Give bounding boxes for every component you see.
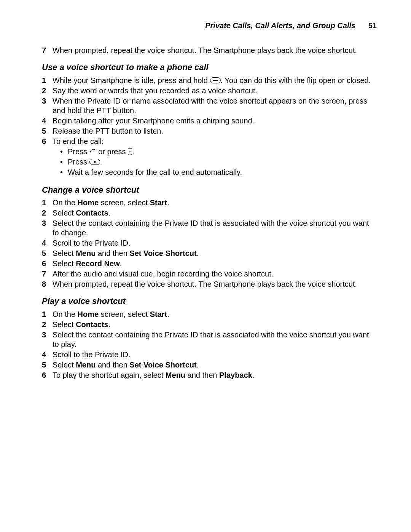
step-list: 1While your Smartphone is idle, press an… — [42, 76, 377, 178]
step-item: 8When prompted, repeat the voice shortcu… — [42, 280, 377, 289]
step-number: 7 — [42, 269, 53, 279]
step-text: When prompted, repeat the voice shortcut… — [53, 46, 377, 55]
step-text: While your Smartphone is idle, press and… — [53, 76, 377, 85]
step-text: Select the contact containing the Privat… — [53, 330, 377, 349]
step-text: To end the call:Press or press .Press .W… — [53, 137, 377, 178]
step-item: 7After the audio and visual cue, begin r… — [42, 269, 377, 279]
step-number: 3 — [42, 330, 53, 340]
step-item: 2Select Contacts. — [42, 320, 377, 329]
step-number: 6 — [42, 137, 53, 146]
step-number: 4 — [42, 238, 53, 248]
step-text: Select Record New. — [53, 259, 377, 268]
step-item: 5Select Menu and then Set Voice Shortcut… — [42, 249, 377, 258]
step-item: 5Release the PTT button to listen. — [42, 126, 377, 136]
step-number: 5 — [42, 360, 53, 370]
step-item: 6To end the call:Press or press .Press .… — [42, 137, 377, 178]
step-number: 4 — [42, 350, 53, 359]
step-text: Scroll to the Private ID. — [53, 238, 377, 248]
step-item: 3Select the contact containing the Priva… — [42, 330, 377, 349]
step-item: 2Select Contacts. — [42, 208, 377, 218]
step-item: 4Scroll to the Private ID. — [42, 350, 377, 359]
bold-term: Menu — [76, 361, 96, 369]
step-number: 5 — [42, 126, 53, 136]
section-heading: Change a voice shortcut — [42, 185, 377, 195]
bold-term: Contacts — [76, 209, 108, 217]
step-number: 6 — [42, 259, 53, 268]
step-item: 6Select Record New. — [42, 259, 377, 268]
flip-close-icon — [128, 148, 132, 155]
section-heading: Play a voice shortcut — [42, 296, 377, 307]
page-body: 7When prompted, repeat the voice shortcu… — [42, 46, 377, 380]
section-heading: Use a voice shortcut to make a phone cal… — [42, 62, 377, 73]
speaker-button-icon — [210, 77, 221, 83]
bold-term: Menu — [166, 371, 185, 379]
step-item: 1While your Smartphone is idle, press an… — [42, 76, 377, 85]
step-text: On the Home screen, select Start. — [53, 198, 377, 208]
bold-term: Record New — [76, 259, 120, 268]
step-text: Begin talking after your Smartphone emit… — [53, 116, 377, 126]
step-text: Select Contacts. — [53, 320, 377, 329]
step-number: 3 — [42, 219, 53, 228]
step-number: 1 — [42, 76, 53, 85]
step-text: Select the contact containing the Privat… — [53, 219, 377, 238]
step-number: 7 — [42, 46, 53, 55]
bold-term: Contacts — [76, 320, 108, 329]
step-number: 8 — [42, 280, 53, 289]
step-item: 6To play the shortcut again, select Menu… — [42, 371, 377, 380]
step-text: Select Menu and then Set Voice Shortcut. — [53, 360, 377, 370]
step-item: 3When the Private ID or name associated … — [42, 96, 377, 115]
bold-term: Set Voice Shortcut — [129, 249, 196, 257]
step-text: Select Menu and then Set Voice Shortcut. — [53, 249, 377, 258]
bullet-list: Press or press .Press .Wait a few second… — [60, 147, 377, 177]
step-number: 1 — [42, 310, 53, 319]
step-text: When the Private ID or name associated w… — [53, 96, 377, 115]
bullet-item: Wait a few seconds for the call to end a… — [60, 168, 377, 177]
step-text: Release the PTT button to listen. — [53, 126, 377, 136]
bold-term: Start — [150, 198, 167, 207]
step-number: 5 — [42, 249, 53, 258]
step-number: 1 — [42, 198, 53, 208]
header-title: Private Calls, Call Alerts, and Group Ca… — [205, 21, 355, 30]
end-call-icon — [88, 147, 97, 156]
step-number: 6 — [42, 371, 53, 380]
bullet-item: Press or press . — [60, 147, 377, 157]
step-number: 3 — [42, 96, 53, 106]
step-number: 2 — [42, 86, 53, 96]
bold-term: Playback — [219, 371, 252, 379]
step-item: 1On the Home screen, select Start. — [42, 310, 377, 319]
step-number: 4 — [42, 116, 53, 126]
step-item: 1On the Home screen, select Start. — [42, 198, 377, 208]
bullet-item: Press . — [60, 157, 377, 167]
bold-term: Start — [150, 310, 167, 318]
step-number: 2 — [42, 208, 53, 218]
power-button-icon — [89, 159, 100, 165]
step-text: On the Home screen, select Start. — [53, 310, 377, 319]
step-item: 7When prompted, repeat the voice shortcu… — [42, 46, 377, 55]
step-text: When prompted, repeat the voice shortcut… — [53, 280, 377, 289]
bold-term: Home — [78, 198, 99, 207]
step-text: Select Contacts. — [53, 208, 377, 218]
step-number: 2 — [42, 320, 53, 329]
step-text: After the audio and visual cue, begin re… — [53, 269, 377, 279]
step-item: 3Select the contact containing the Priva… — [42, 219, 377, 238]
step-list: 1On the Home screen, select Start.2Selec… — [42, 310, 377, 380]
step-item: 4Begin talking after your Smartphone emi… — [42, 116, 377, 126]
step-item: 2Say the word or words that you recorded… — [42, 86, 377, 96]
step-text: Say the word or words that you recorded … — [53, 86, 377, 96]
step-text: Scroll to the Private ID. — [53, 350, 377, 359]
bold-term: Menu — [76, 249, 96, 257]
running-header: Private Calls, Call Alerts, and Group Ca… — [42, 21, 377, 30]
bold-term: Home — [78, 310, 99, 318]
step-list: 1On the Home screen, select Start.2Selec… — [42, 198, 377, 289]
step-item: 5Select Menu and then Set Voice Shortcut… — [42, 360, 377, 370]
bold-term: Set Voice Shortcut — [129, 361, 196, 369]
step-item: 4Scroll to the Private ID. — [42, 238, 377, 248]
page-number: 51 — [368, 21, 377, 30]
step-text: To play the shortcut again, select Menu … — [53, 371, 377, 380]
